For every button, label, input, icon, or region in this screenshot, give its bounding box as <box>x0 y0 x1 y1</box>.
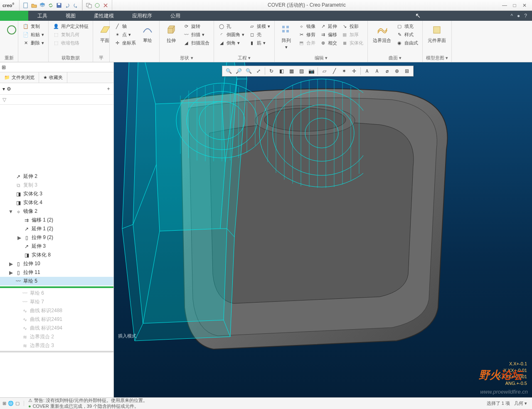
ribbon-tab[interactable]: 视图 <box>57 11 85 21</box>
tree-menu-icon[interactable]: ▾ <box>2 86 5 92</box>
style-button[interactable]: ✎样式 <box>395 31 419 38</box>
tree-item[interactable]: ∿曲线 标识2494 <box>0 324 113 333</box>
tree-item[interactable]: 〰草绘 7 <box>0 298 113 306</box>
hidden-icon[interactable]: ▨ <box>297 67 306 76</box>
ribbon-tab[interactable]: 工具 <box>28 11 57 21</box>
shade-icon[interactable]: ◧ <box>277 67 286 76</box>
tree-item[interactable]: ≋边界混合 2 <box>0 333 113 341</box>
tree-item[interactable]: ∿曲线 标识2491 <box>0 315 113 324</box>
tab-folder-browser[interactable]: 📁 文件夹浏览 <box>0 72 39 83</box>
round-button[interactable]: ◜倒圆角 ▾ <box>217 31 245 38</box>
boundary-button[interactable]: 边界混合 <box>371 22 393 54</box>
point-button[interactable]: ✶点 ▾ <box>113 31 137 38</box>
shell-button[interactable]: ◻壳 <box>248 31 271 38</box>
tree-item[interactable]: ◨实体化 4 <box>0 198 113 207</box>
maximize-icon[interactable]: □ <box>511 2 518 8</box>
tree-item[interactable]: ◨实体化 3 <box>0 190 113 198</box>
ribbon-tab[interactable]: 应用程序 <box>123 11 161 21</box>
close-window-icon[interactable] <box>102 2 109 9</box>
tree-item[interactable]: ∿曲线 标识2488 <box>0 306 113 315</box>
tree-item[interactable]: ⧉复制 3 <box>0 181 113 190</box>
tree-settings-icon[interactable]: ⚙ <box>7 86 11 92</box>
thicken-button[interactable]: ▦加厚 <box>340 31 364 38</box>
intersect-button[interactable]: ⊗相交 <box>319 39 338 47</box>
paste-button[interactable]: 📄粘贴 ▾ <box>22 31 45 38</box>
annot-icon[interactable]: Ａ <box>362 67 372 76</box>
tree-item[interactable]: ↗延伸 3 <box>0 242 113 251</box>
close-icon[interactable]: ✕ <box>521 2 528 8</box>
shrinkwrap-button[interactable]: ⬚收缩包络 <box>52 39 89 47</box>
viewport[interactable]: 🔍 🔎 🔍 ⤢ ↻ ◧ ▦ ▨ 📷 ▱ ╱ ✶ ✛ Ａ Ａ ⌀ ⊕ ⊞ 插入模式… <box>114 62 532 397</box>
datum-point-icon[interactable]: ✶ <box>340 67 349 76</box>
tree-icon[interactable]: ⊞ <box>2 64 6 70</box>
draft-button[interactable]: ▱拔模 ▾ <box>248 22 271 30</box>
tree-item[interactable]: ▶▯拉伸 10 <box>0 259 113 268</box>
window-icon[interactable] <box>85 2 93 9</box>
annot5-icon[interactable]: ⊞ <box>402 67 411 76</box>
freestyle-button[interactable]: ◉自由式 <box>395 39 419 47</box>
project-button[interactable]: ↘投影 <box>340 22 364 30</box>
solidify-button[interactable]: ◼实体化 <box>340 39 364 47</box>
tree-item[interactable]: 〰草绘 5 <box>0 277 113 286</box>
collapse-ribbon-icon[interactable]: ^ <box>510 13 513 19</box>
axis-button[interactable]: ╱轴 <box>113 22 137 30</box>
tree-item[interactable]: ↗延伸 2 <box>0 172 113 181</box>
refit-icon[interactable]: ⤢ <box>254 67 263 76</box>
tree-item[interactable]: ↗延伸 1 (2) <box>0 224 113 233</box>
wireframe-icon[interactable]: ▦ <box>287 67 296 76</box>
tree-add-icon[interactable]: ＋ <box>106 85 111 92</box>
sketch-button[interactable]: 草绘 <box>139 22 156 55</box>
undo-icon[interactable] <box>64 2 71 9</box>
minimize-icon[interactable]: — <box>501 2 508 8</box>
extend-button[interactable]: ↗延伸 <box>319 22 338 30</box>
fill-button[interactable]: ▢填充 <box>395 22 419 30</box>
status-box-icon[interactable]: ▢ <box>15 401 20 406</box>
annot4-icon[interactable]: ⊕ <box>392 67 401 76</box>
pattern-button[interactable]: 阵列▾ <box>278 22 295 54</box>
component-button[interactable]: 元件界面 <box>426 22 448 54</box>
datum-csys-icon[interactable]: ✛ <box>350 67 359 76</box>
tree-item[interactable]: 〰草绘 6 <box>0 289 113 298</box>
datum-plane-icon[interactable]: ▱ <box>320 67 329 76</box>
mirror-button[interactable]: ⟐镜像 <box>297 22 316 30</box>
csys-button[interactable]: ✛坐标系 <box>113 39 137 47</box>
zoom-fit-icon[interactable]: 🔍 <box>224 67 233 76</box>
spin-icon[interactable]: ↻ <box>267 67 276 76</box>
user-icon[interactable]: ● <box>517 13 520 19</box>
merge-button[interactable]: ⬒合并 <box>297 39 316 47</box>
udf-button[interactable]: 👤用户定义特征 <box>52 22 89 30</box>
zoom-in-icon[interactable]: 🔎 <box>234 67 243 76</box>
tree-item[interactable]: ▶▯拉伸 9 (2) <box>0 233 113 242</box>
open-icon[interactable] <box>30 2 38 9</box>
regen-button[interactable] <box>3 22 20 54</box>
annot2-icon[interactable]: Ａ <box>372 67 382 76</box>
tree-item[interactable]: ≋边界混合 3 <box>0 341 113 350</box>
regen-icon[interactable] <box>47 2 54 9</box>
hole-button[interactable]: ◯孔 <box>217 22 245 30</box>
layers-icon[interactable] <box>39 2 46 9</box>
refresh-icon[interactable] <box>94 2 101 9</box>
rib-button[interactable]: ▮筋 ▾ <box>248 39 271 47</box>
save-icon[interactable] <box>55 2 63 9</box>
copy-geom-button[interactable]: ⬚复制几何 <box>52 31 89 38</box>
ribbon-tab[interactable]: 公用 <box>161 11 190 21</box>
datum-axis-icon[interactable]: ╱ <box>330 67 339 76</box>
file-tab[interactable] <box>0 11 28 21</box>
blend-button[interactable]: ◢扫描混合 <box>182 39 210 47</box>
help-icon[interactable]: ? <box>524 13 527 19</box>
tree-item[interactable]: ▶▯拉伸 11 <box>0 268 113 277</box>
redo-icon[interactable] <box>72 2 79 9</box>
tree-item[interactable]: ▼⟐镜像 2 <box>0 207 113 216</box>
tree-item[interactable]: ⇉偏移 1 (2) <box>0 216 113 224</box>
revolve-button[interactable]: ⟳旋转 <box>182 22 210 30</box>
model-tree[interactable]: ↗延伸 2⧉复制 3◨实体化 3◨实体化 4▼⟐镜像 2⇉偏移 1 (2)↗延伸… <box>0 105 113 397</box>
new-icon[interactable] <box>22 2 30 9</box>
sweep-button[interactable]: 〰扫描 ▾ <box>182 31 210 38</box>
annot3-icon[interactable]: ⌀ <box>382 67 392 76</box>
saved-view-icon[interactable]: 📷 <box>307 67 316 76</box>
tab-favorites[interactable]: ★ 收藏夹 <box>39 72 67 83</box>
zoom-out-icon[interactable]: 🔍 <box>244 67 253 76</box>
ribbon-tab[interactable]: 柔性建模 <box>85 11 123 21</box>
copy-button[interactable]: 📋复制 <box>22 22 45 30</box>
selection-filter[interactable]: 几何 ▾ <box>514 400 527 407</box>
